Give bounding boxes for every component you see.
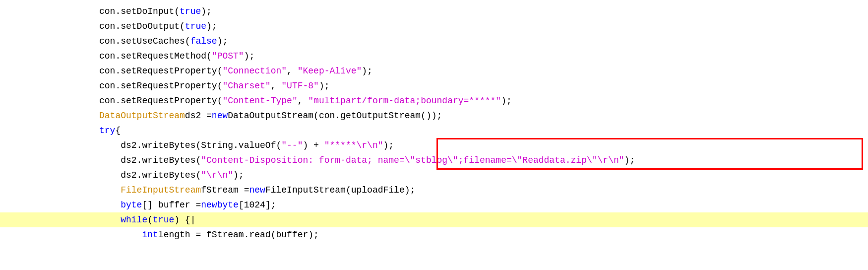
keyword-true-2: true [153,212,174,227]
code-text [99,183,121,198]
string-rn: "\r\n" [201,170,233,180]
keyword-false: false [190,36,217,46]
code-line-9: try { [0,123,868,138]
code-text: [1024]; [239,198,276,212]
code-line-15: while (true) {| [0,212,868,227]
code-text: con.setRequestProperty("Charset", "UTF-8… [99,78,330,93]
keyword-new: new [212,108,228,123]
type-dataoutputstream: DataOutputStream [99,108,185,123]
code-line-3: con.setUseCaches(false); [0,34,868,49]
code-text: length = fStream.read(buffer); [158,227,319,242]
code-line-16: int length = fStream.read(buffer); [0,227,868,242]
code-text: ) {| [174,212,195,227]
type-fileinputstream: FileInputStream [121,183,201,198]
code-line-1: con.setDoInput(true); [0,4,868,19]
code-editor: con.setDoInput(true); con.setDoOutput(tr… [0,0,868,270]
code-line-11: ds2.writeBytes("Content-Disposition: for… [0,153,868,168]
string-post: "POST" [212,51,244,61]
code-line-5: con.setRequestProperty("Connection", "Ke… [0,64,868,78]
keyword-int: int [142,227,158,242]
code-text: con.setRequestMethod("POST"); [99,49,254,64]
code-text: ds2.writeBytes(String.valueOf("--") + "*… [99,138,394,153]
keyword-byte-2: byte [217,198,239,212]
keyword-byte: byte [121,198,142,212]
code-text: ds2.writeBytes("Content-Disposition: for… [99,153,635,168]
code-text: con.setDoInput(true); [99,4,212,19]
string-stars-rn: "*****\r\n" [324,140,383,150]
keyword-new-3: new [201,198,217,212]
code-line-2: con.setDoOutput(true); [0,19,868,34]
string-utf8: "UTF-8" [281,81,319,91]
string-keep-alive: "Keep-Alive" [298,66,362,76]
code-line-7: con.setRequestProperty("Content-Type", "… [0,93,868,108]
code-line-13: FileInputStream fStream = new FileInputS… [0,183,868,198]
string-multipart: "multipart/form-data;boundary=*****" [308,96,501,106]
code-text: con.setDoOutput(true); [99,19,217,34]
code-text [99,227,142,242]
code-line-14: byte[] buffer = new byte[1024]; [0,198,868,212]
code-text: con.setRequestProperty("Content-Type", "… [99,93,512,108]
keyword-new-2: new [249,183,265,198]
keyword-true: true [185,21,206,31]
code-text: ds2.writeBytes("\r\n"); [99,168,244,183]
code-text: con.setUseCaches(false); [99,34,228,49]
keyword-true: true [180,6,201,16]
code-line-4: con.setRequestMethod("POST"); [0,49,868,64]
code-text: ( [147,212,153,227]
code-text: DataOutputStream(con.getOutputStream()); [228,108,442,123]
code-text: { [115,123,121,138]
code-text: con.setRequestProperty("Connection", "Ke… [99,64,372,78]
code-text: ds2 = [185,108,212,123]
code-line-12: ds2.writeBytes("\r\n"); [0,168,868,183]
code-text: [] buffer = [142,198,201,212]
keyword-while: while [121,212,147,227]
code-line-8: DataOutputStream ds2 = new DataOutputStr… [0,108,868,123]
code-line-10: ds2.writeBytes(String.valueOf("--") + "*… [0,138,868,153]
string-dashes: "--" [281,140,303,150]
keyword-try: try [99,123,115,138]
string-charset: "Charset" [222,81,270,91]
string-content-type: "Content-Type" [222,96,297,106]
code-text [99,212,121,227]
code-line-6: con.setRequestProperty("Charset", "UTF-8… [0,78,868,93]
string-content-disposition: "Content-Disposition: form-data; name=\"… [201,155,624,165]
code-text: fStream = [201,183,249,198]
code-text [99,198,121,212]
code-text: FileInputStream(uploadFile); [265,183,415,198]
string-connection: "Connection" [222,66,287,76]
